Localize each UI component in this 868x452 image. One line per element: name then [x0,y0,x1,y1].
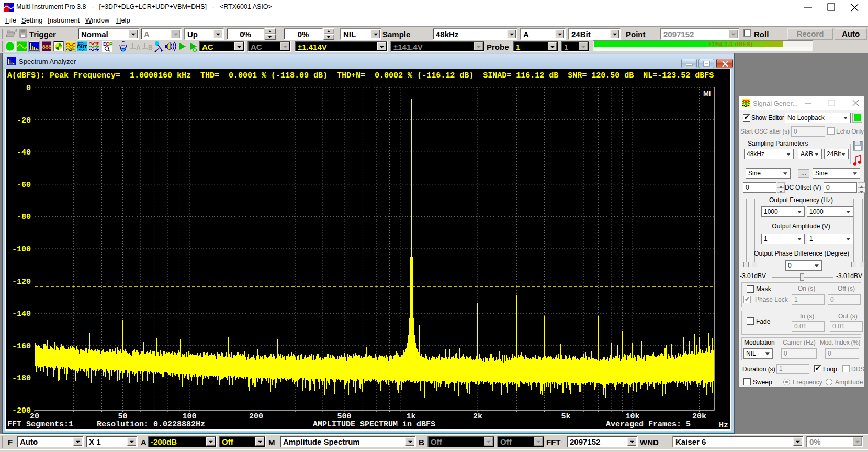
svg-text:-100: -100 [12,245,31,254]
svg-text:-140: -140 [12,310,31,318]
svg-text:200: 200 [249,412,263,421]
svg-text:0: 0 [26,84,31,93]
svg-text:-200: -200 [12,406,31,415]
svg-text:20k: 20k [692,412,706,421]
svg-text:Averaged Frames: 5: Averaged Frames: 5 [606,420,691,429]
svg-text:-40: -40 [17,148,31,157]
svg-text:Hz: Hz [719,421,728,429]
svg-text:5k: 5k [561,412,570,421]
svg-text:-60: -60 [17,181,31,190]
svg-text:B: B [148,44,153,51]
svg-text:2k: 2k [473,412,482,421]
svg-text:FFT Segments:1: FFT Segments:1 [7,420,73,429]
svg-text:A: A [136,44,141,51]
svg-text:-160: -160 [12,342,31,351]
svg-text:-120: -120 [12,278,31,286]
svg-text:-20: -20 [17,116,31,125]
svg-text:-80: -80 [17,213,31,222]
svg-text:P: P [109,41,113,47]
svg-text:Mi: Mi [703,90,711,97]
svg-text:-180: -180 [12,374,31,383]
svg-text:DUT: DUT [77,44,87,49]
svg-text:Resolution: 0.0228882Hz: Resolution: 0.0228882Hz [97,420,205,429]
svg-text:888: 888 [42,43,52,50]
svg-text:AMPLITUDE SPECTRUM in dBFS: AMPLITUDE SPECTRUM in dBFS [313,420,435,429]
